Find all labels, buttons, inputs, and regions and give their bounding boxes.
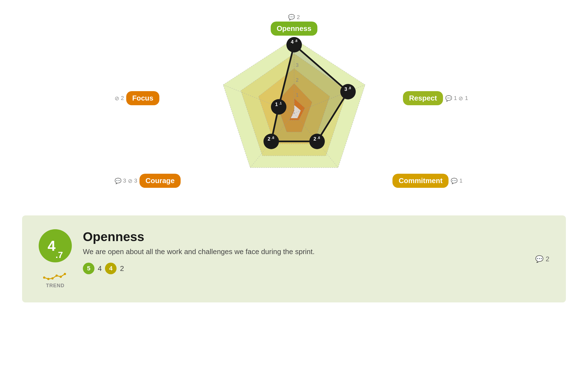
pill-4-circle: 4	[105, 263, 117, 274]
score-text-courage-main: 2	[268, 136, 270, 142]
score-text-commitment-main: 2	[313, 136, 316, 142]
svg-point-3	[56, 275, 58, 277]
trend-section: TREND	[41, 268, 69, 289]
card-comment-icon: 💬	[535, 255, 544, 263]
respect-badge[interactable]: Respect	[403, 91, 443, 105]
score-text-respect-sub: .8	[348, 86, 351, 90]
card-comment-badge: 💬 2	[535, 255, 549, 263]
radar-wrapper: 1 2 3	[170, 17, 418, 193]
svg-point-1	[47, 278, 49, 280]
score-text-commitment-sub: .6	[317, 136, 320, 140]
score-text-courage-sub: .6	[271, 136, 274, 140]
openness-comment-icon: 💬	[288, 14, 295, 20]
commitment-badge[interactable]: Commitment	[392, 174, 449, 188]
score-circle: 4 .7	[39, 229, 72, 262]
label-respect[interactable]: Respect 💬 1 ⊘ 1	[403, 91, 468, 105]
score-dot-openness	[286, 37, 302, 52]
respect-vote-count: 1	[465, 95, 468, 101]
score-text-focus-main: 1	[275, 102, 278, 107]
openness-badge[interactable]: Openness	[271, 22, 318, 36]
score-dot-courage	[263, 134, 279, 149]
score-text-openness-sub: .6	[295, 39, 297, 43]
score-dot-respect	[340, 84, 356, 99]
trend-label: TREND	[46, 283, 65, 289]
bottom-card: 4 .7 TREND Openness We are open about al…	[22, 215, 566, 302]
courage-vote-count: 3	[134, 178, 137, 184]
svg-point-2	[51, 277, 54, 279]
score-dot-focus	[271, 99, 286, 115]
svg-point-4	[60, 276, 62, 278]
label-focus[interactable]: ⊘ 2 Focus	[115, 91, 160, 105]
commitment-comment-count: 1	[459, 178, 462, 184]
courage-vote-icon: ⊘	[128, 178, 133, 184]
card-comment-count: 2	[546, 255, 549, 263]
focus-vote-icon: ⊘	[115, 95, 119, 102]
score-text-respect-main: 3	[344, 86, 347, 92]
svg-point-0	[43, 276, 45, 279]
svg-point-5	[64, 273, 66, 275]
card-score-main: 4	[48, 238, 56, 254]
card-description: We are open about all the work and chall…	[83, 247, 549, 256]
courage-badge[interactable]: Courage	[139, 174, 181, 188]
score-text-openness-main: 4	[291, 39, 294, 45]
focus-badge[interactable]: Focus	[126, 91, 160, 105]
respect-comment-icon: 💬	[445, 95, 452, 102]
card-left: 4 .7 TREND	[39, 229, 72, 289]
label-commitment[interactable]: Commitment 💬 1	[392, 174, 462, 188]
radar-svg: 1 2 3	[195, 30, 394, 196]
score-pills: 5 4 4 2	[83, 263, 549, 274]
card-content: Openness We are open about all the work …	[83, 229, 549, 274]
card-title: Openness	[83, 229, 549, 244]
label-courage[interactable]: 💬 3 ⊘ 3 Courage	[115, 174, 181, 188]
courage-comment-count: 3	[123, 178, 126, 184]
pill-4-text: 4	[98, 264, 102, 273]
respect-vote-icon: ⊘	[458, 95, 463, 102]
openness-comment-count: 2	[297, 14, 300, 20]
courage-comment-icon: 💬	[115, 178, 122, 184]
radar-chart-section: 1 2 3	[17, 11, 571, 199]
pill-2-text: 2	[120, 264, 124, 273]
score-dot-commitment	[309, 134, 325, 149]
label-openness[interactable]: 💬 2 Openness	[271, 14, 318, 36]
commitment-comment-icon: 💬	[451, 178, 458, 184]
card-score-sub: .7	[56, 250, 63, 260]
score-text-focus-sub: .1	[279, 101, 282, 105]
focus-vote-count: 2	[121, 95, 124, 101]
pill-5: 5	[83, 263, 94, 274]
respect-comment-count: 1	[454, 95, 457, 101]
trend-chart	[41, 268, 69, 282]
